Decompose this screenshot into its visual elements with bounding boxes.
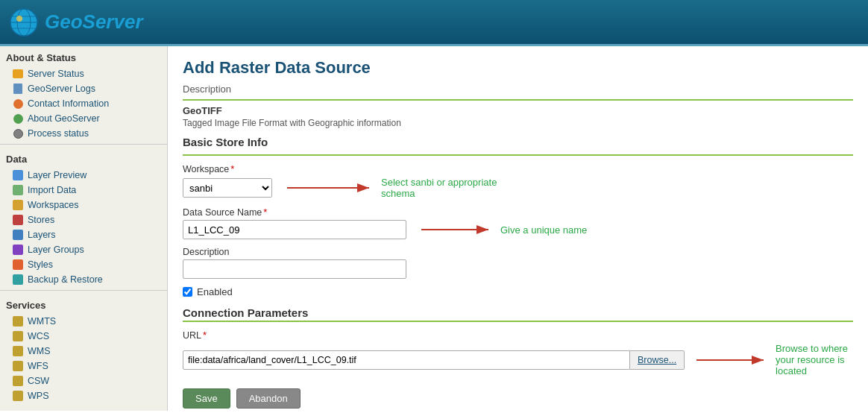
layer-groups-icon: [12, 244, 24, 256]
sidebar-label-about-geoserver: About GeoServer: [28, 113, 100, 124]
format-name: GeoTIFF: [183, 105, 853, 116]
basic-store-info-title: Basic Store Info: [183, 136, 853, 148]
contact-icon: [12, 98, 24, 110]
sidebar-item-layers[interactable]: Layers: [0, 227, 167, 242]
sidebar-label-server-status: Server Status: [28, 69, 84, 79]
sidebar-label-wms: WMS: [28, 346, 51, 356]
workspace-annotation-text: Select sanbi or appropriateschema: [381, 177, 497, 199]
sidebar-item-wcs[interactable]: WCS: [0, 329, 167, 344]
globe-icon: [9, 7, 39, 37]
sidebar-item-wps[interactable]: WPS: [0, 388, 167, 403]
sidebar-item-styles[interactable]: Styles: [0, 257, 167, 272]
layer-preview-icon: [12, 169, 24, 181]
sidebar-item-layer-groups[interactable]: Layer Groups: [0, 242, 167, 257]
url-annotation-text: Browse to whereyour resource islocated: [776, 343, 848, 376]
sidebar-section-data: Data: [0, 148, 167, 168]
process-icon: [12, 127, 24, 139]
sidebar-item-wfs[interactable]: WFS: [0, 359, 167, 373]
basic-store-divider: [183, 154, 853, 156]
styles-icon: [12, 259, 24, 271]
enabled-label: Enabled: [197, 286, 233, 297]
url-input[interactable]: [183, 350, 630, 370]
sidebar-divider-2: [0, 290, 167, 291]
url-label: URL *: [183, 330, 853, 341]
sidebar-section-services: Services: [0, 294, 167, 314]
browse-button[interactable]: Browse...: [630, 350, 685, 370]
sidebar-label-styles: Styles: [28, 259, 53, 270]
layers-icon: [12, 229, 24, 241]
sidebar-item-import-data[interactable]: Import Data: [0, 183, 167, 198]
wfs-icon: [12, 360, 24, 372]
datasource-name-input[interactable]: [183, 220, 406, 239]
sidebar-item-workspaces[interactable]: Workspaces: [0, 198, 167, 212]
about-icon: [12, 113, 24, 124]
top-divider: [183, 99, 853, 101]
sidebar-label-csw: CSW: [28, 376, 49, 386]
sidebar-item-process-status[interactable]: Process status: [0, 126, 167, 141]
datasource-annotation: Give a unique name: [421, 221, 587, 239]
layout: About & Status Server Status GeoServer L…: [0, 46, 868, 411]
sidebar-label-stores: Stores: [28, 215, 54, 225]
sidebar-item-geoserver-logs[interactable]: GeoServer Logs: [0, 81, 167, 96]
sidebar-label-layers: Layers: [28, 230, 56, 240]
sidebar: About & Status Server Status GeoServer L…: [0, 46, 168, 411]
workspace-required-star: *: [230, 163, 234, 174]
logo-text: GeoServer: [45, 10, 143, 34]
workspace-arrow-icon: [287, 179, 377, 197]
action-buttons: Save Abandon: [183, 388, 853, 409]
server-icon: [12, 68, 24, 80]
format-description: Tagged Image File Format with Geographic…: [183, 118, 853, 128]
sidebar-label-geoserver-logs: GeoServer Logs: [28, 83, 95, 94]
description-field-row: Description: [183, 247, 853, 279]
logo-area: GeoServer: [9, 7, 143, 37]
url-field-row: URL * Browse...: [183, 330, 853, 376]
sidebar-item-backup-restore[interactable]: Backup & Restore: [0, 272, 167, 287]
description-field-input[interactable]: [183, 259, 406, 279]
sidebar-item-wms[interactable]: WMS: [0, 344, 167, 359]
url-annotation: Browse to whereyour resource islocated: [696, 343, 848, 376]
enabled-checkbox-row: Enabled: [183, 286, 853, 297]
sidebar-item-about-geoserver[interactable]: About GeoServer: [0, 111, 167, 126]
wps-icon: [12, 390, 24, 402]
wms-icon: [12, 345, 24, 357]
sidebar-item-layer-preview[interactable]: Layer Preview: [0, 168, 167, 183]
workspace-field-row: Workspace * sanbidefaultcite Selec: [183, 163, 853, 199]
workspace-label: Workspace *: [183, 163, 853, 174]
sidebar-item-server-status[interactable]: Server Status: [0, 66, 167, 81]
sidebar-divider-1: [0, 144, 167, 145]
sidebar-label-backup-restore: Backup & Restore: [28, 274, 103, 285]
abandon-button[interactable]: Abandon: [236, 388, 301, 409]
main-content: Add Raster Data Source Description GeoTI…: [168, 46, 868, 411]
url-arrow-icon: [696, 351, 771, 369]
import-icon: [12, 184, 24, 196]
datasource-name-field-row: Data Source Name * Give a unique name: [183, 206, 853, 239]
workspaces-icon: [12, 199, 24, 211]
wmts-icon: [12, 315, 24, 327]
save-button[interactable]: Save: [183, 388, 230, 409]
url-required-star: *: [203, 330, 207, 341]
log-icon: [12, 83, 24, 95]
svg-point-5: [16, 16, 22, 22]
sidebar-label-wfs: WFS: [28, 361, 48, 371]
sidebar-label-import-data: Import Data: [28, 185, 76, 195]
datasource-annotation-text: Give a unique name: [500, 224, 587, 236]
page-title: Add Raster Data Source: [183, 58, 853, 78]
sidebar-item-contact-information[interactable]: Contact Information: [0, 96, 167, 111]
connection-params-title: Connection Parameters: [183, 306, 853, 319]
sidebar-label-contact-information: Contact Information: [28, 98, 109, 109]
sidebar-label-workspaces: Workspaces: [28, 200, 79, 210]
connection-params-divider: [183, 321, 853, 322]
sidebar-item-wmts[interactable]: WMTS: [0, 314, 167, 329]
description-field-label: Description: [183, 247, 853, 257]
sidebar-section-about-status: About & Status: [0, 46, 167, 66]
enabled-checkbox[interactable]: [183, 287, 192, 297]
sidebar-item-stores[interactable]: Stores: [0, 212, 167, 227]
sidebar-label-wps: WPS: [28, 391, 48, 401]
sidebar-label-process-status: Process status: [28, 128, 89, 139]
sidebar-label-wmts: WMTS: [28, 316, 56, 327]
workspace-select[interactable]: sanbidefaultcite: [183, 178, 272, 198]
sidebar-label-wcs: WCS: [28, 331, 49, 341]
sidebar-item-csw[interactable]: CSW: [0, 373, 167, 388]
workspace-annotation: Select sanbi or appropriateschema: [287, 177, 497, 199]
stores-icon: [12, 214, 24, 226]
